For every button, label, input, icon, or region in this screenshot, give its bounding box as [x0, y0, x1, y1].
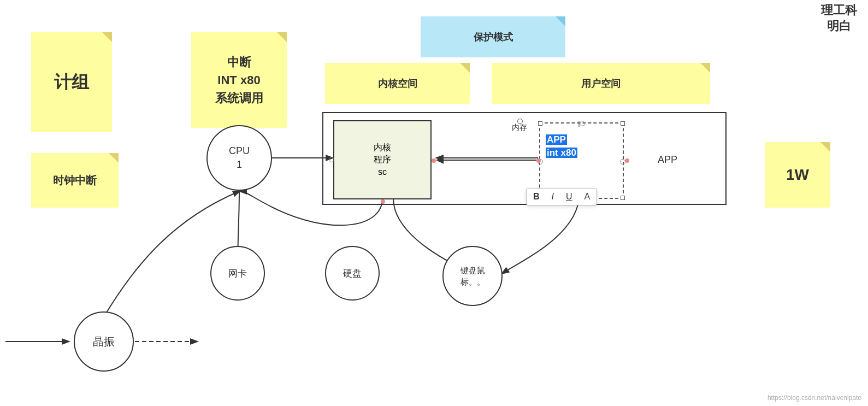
sticky-neihe-kongjian[interactable]: 内核空间: [325, 63, 470, 104]
handle-mt: [580, 121, 585, 126]
corner-note: 理工科明白: [821, 3, 857, 34]
dot-inner-left: [329, 157, 334, 162]
sticky-1w[interactable]: 1W: [765, 142, 830, 208]
url-bar: https://blog.csdn.net/naivenlpate: [767, 394, 861, 402]
sticky-yonghu-kongjian[interactable]: 用户空间: [492, 63, 710, 104]
circle-jingzhen[interactable]: 晶振: [74, 311, 134, 372]
italic-button[interactable]: I: [550, 191, 556, 203]
handle-tl: [538, 121, 542, 126]
text-toolbar[interactable]: B I U A: [526, 188, 597, 205]
connector-arrow: [433, 156, 542, 164]
sticky-jizu[interactable]: 计组: [31, 32, 112, 132]
circle-jianpan[interactable]: 键盘鼠标。。: [442, 246, 503, 306]
canvas: ⊕ 计组 中断INT x80系统调用 保护模式 内核空间 用户空间 时钟中断 1…: [0, 0, 868, 406]
sticky-zhongduan[interactable]: 中断INT x80系统调用: [191, 32, 287, 128]
dot-inner-bottom: [381, 199, 385, 204]
bold-button[interactable]: B: [531, 191, 542, 203]
app-selected-text: APP: [546, 134, 567, 145]
mem-label: 内存: [512, 123, 527, 133]
handle-tr: [621, 121, 625, 126]
app-right-label: APP: [635, 146, 700, 173]
main-diagram-box: 内核程序sc 内存 APP int x80: [322, 112, 727, 205]
dot-app-right: [625, 158, 629, 163]
underline-button[interactable]: U: [564, 191, 575, 203]
int-x80-text: int x80: [546, 148, 577, 158]
circle-wangka[interactable]: 网卡: [210, 246, 265, 301]
dot-mem: [517, 119, 523, 124]
kernel-program-box[interactable]: 内核程序sc: [333, 120, 432, 199]
handle-br: [621, 196, 625, 200]
sticky-baohumoshi[interactable]: 保护模式: [421, 16, 565, 57]
font-color-button[interactable]: A: [582, 191, 593, 203]
app-text[interactable]: APP int x80: [546, 133, 577, 160]
app-selected-box[interactable]: APP int x80: [539, 122, 624, 199]
circle-cpu[interactable]: CPU1: [206, 125, 272, 191]
sticky-shizhong[interactable]: 时钟中断: [31, 153, 119, 208]
circle-yingpan[interactable]: 硬盘: [325, 246, 380, 301]
